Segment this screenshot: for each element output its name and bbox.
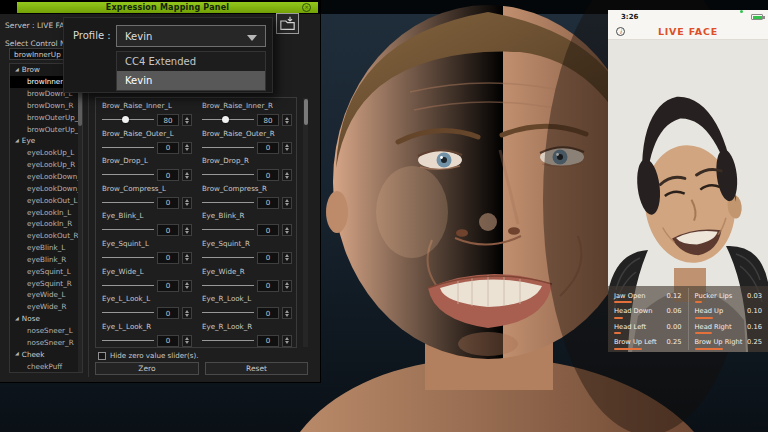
tree-item[interactable]: browOuterUp_L (10, 111, 82, 123)
spinner-up-icon[interactable] (185, 172, 189, 175)
slider-track[interactable] (202, 254, 254, 262)
spinner-up-icon[interactable] (185, 144, 189, 147)
spinner-down-icon[interactable] (185, 148, 189, 151)
slider-track[interactable] (102, 254, 154, 262)
spinner-down-icon[interactable] (285, 203, 289, 206)
slider-spinner[interactable] (182, 197, 192, 209)
spinner-up-icon[interactable] (185, 282, 189, 285)
slider-value-input[interactable]: 0 (157, 224, 179, 236)
zero-button[interactable]: Zero (95, 362, 199, 375)
spinner-down-icon[interactable] (285, 286, 289, 289)
spinner-down-icon[interactable] (285, 148, 289, 151)
slider-spinner[interactable] (282, 280, 292, 292)
slider-value-input[interactable]: 0 (257, 280, 279, 292)
slider-track[interactable] (202, 337, 254, 345)
spinner-up-icon[interactable] (285, 227, 289, 230)
slider-spinner[interactable] (182, 307, 192, 319)
slider-spinner[interactable] (182, 224, 192, 236)
spinner-down-icon[interactable] (285, 176, 289, 179)
tree-group[interactable]: ◢Eye (10, 135, 82, 147)
spinner-down-icon[interactable] (285, 341, 289, 344)
slider-spinner[interactable] (182, 335, 192, 347)
slider-handle[interactable] (122, 116, 129, 123)
slider-track[interactable] (102, 337, 154, 345)
tree-item[interactable]: eyeLookOut_R (10, 230, 82, 242)
slider-value-input[interactable]: 0 (257, 224, 279, 236)
panel-titlebar[interactable]: Expression Mapping Panel ✕ (17, 2, 318, 13)
slider-value-input[interactable]: 0 (157, 252, 179, 264)
tree-item[interactable]: eyeWide_L (10, 289, 82, 301)
tree-item[interactable]: eyeBlink_L (10, 242, 82, 254)
spinner-up-icon[interactable] (285, 254, 289, 257)
slider-track[interactable] (102, 282, 154, 290)
control-tree[interactable]: ◢BrowbrowInnerUpbrowDown_LbrowDown_Rbrow… (9, 63, 83, 373)
tree-item[interactable]: eyeBlink_R (10, 254, 82, 266)
spinner-down-icon[interactable] (185, 314, 189, 317)
profile-option[interactable]: Kevin (117, 71, 265, 90)
slider-track[interactable] (202, 226, 254, 234)
spinner-up-icon[interactable] (285, 117, 289, 120)
slider-spinner[interactable] (182, 142, 192, 154)
spinner-up-icon[interactable] (285, 337, 289, 340)
spinner-down-icon[interactable] (185, 231, 189, 234)
profile-option[interactable]: CC4 Extended (117, 52, 265, 71)
tree-item[interactable]: eyeWide_R (10, 301, 82, 313)
slider-value-input[interactable]: 80 (157, 114, 179, 126)
slider-scrollbar-thumb[interactable] (304, 99, 308, 125)
slider-value-input[interactable]: 80 (257, 114, 279, 126)
tree-scrollbar[interactable] (78, 64, 82, 372)
spinner-down-icon[interactable] (185, 176, 189, 179)
spinner-down-icon[interactable] (285, 231, 289, 234)
slider-track[interactable] (102, 199, 154, 207)
tree-group[interactable]: ◢Nose (10, 313, 82, 325)
slider-track[interactable] (202, 282, 254, 290)
spinner-down-icon[interactable] (285, 258, 289, 261)
tree-item[interactable]: eyeLookUp_R (10, 159, 82, 171)
spinner-down-icon[interactable] (185, 121, 189, 124)
slider-value-input[interactable]: 0 (257, 142, 279, 154)
slider-spinner[interactable] (282, 169, 292, 181)
spinner-up-icon[interactable] (185, 337, 189, 340)
slider-track[interactable] (202, 171, 254, 179)
slider-value-input[interactable]: 0 (157, 142, 179, 154)
hide-zero-checkbox[interactable] (98, 352, 106, 360)
slider-track[interactable] (202, 116, 254, 124)
tree-item[interactable]: eyeLookOut_L (10, 194, 82, 206)
profile-combobox[interactable]: Kevin (116, 25, 266, 47)
slider-spinner[interactable] (182, 169, 192, 181)
slider-value-input[interactable]: 0 (157, 280, 179, 292)
info-icon[interactable]: i (616, 27, 625, 36)
close-icon[interactable]: ✕ (302, 3, 311, 12)
spinner-down-icon[interactable] (285, 314, 289, 317)
slider-value-input[interactable]: 0 (157, 307, 179, 319)
slider-track[interactable] (102, 144, 154, 152)
slider-track[interactable] (202, 144, 254, 152)
import-profile-button[interactable] (276, 13, 299, 34)
slider-track[interactable] (202, 309, 254, 317)
slider-spinner[interactable] (282, 224, 292, 236)
slider-value-input[interactable]: 0 (257, 252, 279, 264)
spinner-up-icon[interactable] (185, 227, 189, 230)
slider-spinner[interactable] (282, 114, 292, 126)
spinner-up-icon[interactable] (185, 117, 189, 120)
slider-value-input[interactable]: 0 (157, 335, 179, 347)
spinner-down-icon[interactable] (285, 121, 289, 124)
slider-spinner[interactable] (282, 335, 292, 347)
slider-spinner[interactable] (182, 280, 192, 292)
slider-track[interactable] (102, 226, 154, 234)
slider-track[interactable] (102, 309, 154, 317)
tree-item[interactable]: eyeLookDown_L (10, 171, 82, 183)
spinner-up-icon[interactable] (285, 144, 289, 147)
spinner-down-icon[interactable] (185, 341, 189, 344)
spinner-up-icon[interactable] (185, 310, 189, 313)
spinner-up-icon[interactable] (185, 199, 189, 202)
slider-value-input[interactable]: 0 (157, 169, 179, 181)
tree-item[interactable]: browOuterUp_R (10, 123, 82, 135)
tree-item[interactable]: noseSneer_R (10, 336, 82, 348)
spinner-up-icon[interactable] (285, 199, 289, 202)
tree-item[interactable]: browDown_R (10, 100, 82, 112)
slider-track[interactable] (202, 199, 254, 207)
tree-item[interactable]: eyeLookIn_L (10, 206, 82, 218)
spinner-up-icon[interactable] (285, 282, 289, 285)
tree-item[interactable]: eyeLookDown_R (10, 182, 82, 194)
